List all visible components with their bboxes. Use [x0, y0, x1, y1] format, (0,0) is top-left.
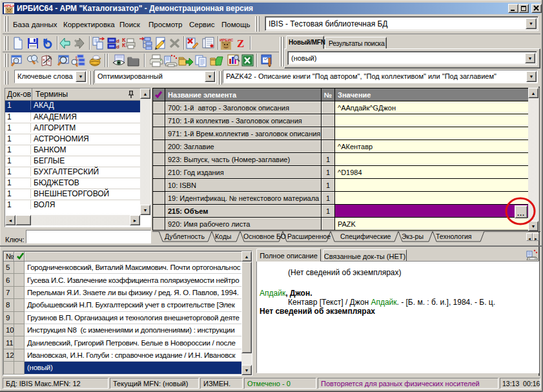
svg-text:Расширенное: Расширенное	[287, 232, 331, 240]
svg-text:d: d	[116, 38, 119, 44]
svg-text:К: К	[122, 42, 126, 48]
svg-text:ИРБИС: ИРБИС	[5, 4, 15, 8]
svg-text:Дублетность: Дублетность	[165, 232, 205, 240]
svg-text:Коды: Коды	[215, 232, 231, 240]
svg-text:Основное БО: Основное БО	[243, 232, 286, 240]
svg-text:Специфические: Специфические	[340, 232, 391, 240]
svg-text:Z: Z	[237, 37, 244, 50]
svg-text:Экз-ры: Экз-ры	[402, 232, 424, 240]
svg-text:Технология: Технология	[436, 232, 472, 240]
svg-text:d: d	[116, 44, 119, 50]
